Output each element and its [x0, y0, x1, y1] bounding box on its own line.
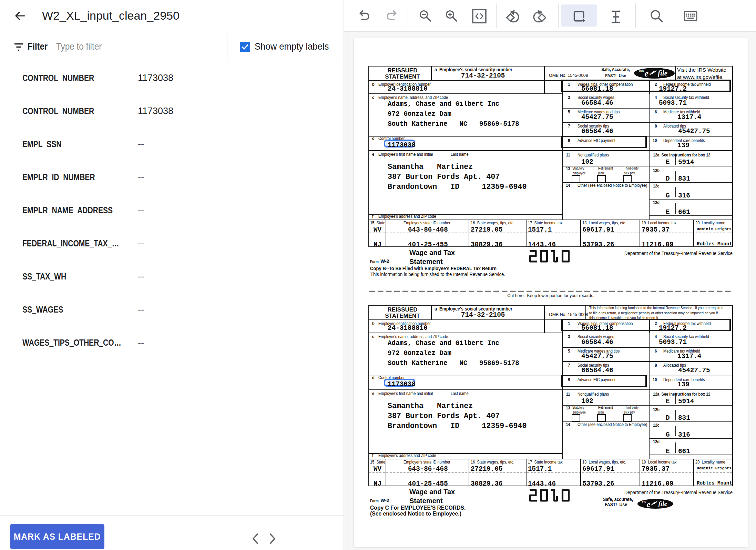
svg-text:file: file — [658, 69, 667, 77]
svg-text:file: file — [658, 500, 667, 507]
svg-text:e: e — [644, 68, 648, 79]
svg-text:IRS: IRS — [639, 69, 644, 72]
svg-text:IRS: IRS — [642, 500, 646, 503]
svg-text:e: e — [647, 500, 651, 509]
